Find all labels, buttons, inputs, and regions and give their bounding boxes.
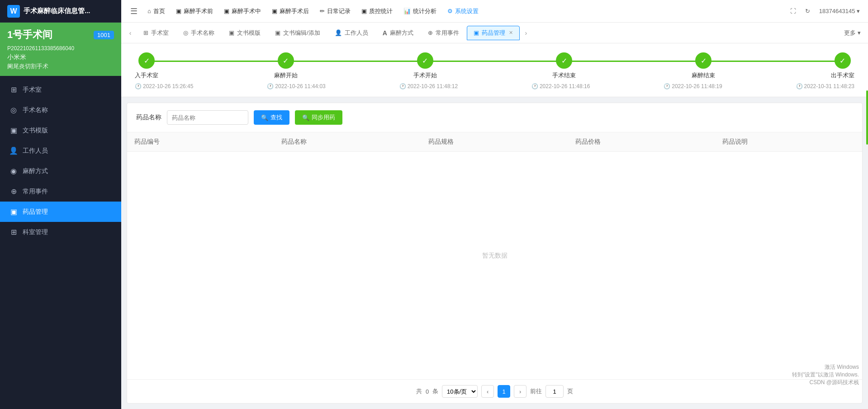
- sub-tab-drug-management[interactable]: ▣ 药品管理 ✕: [467, 26, 520, 40]
- sidebar-item-operating-room[interactable]: ⊞ 手术室: [0, 80, 121, 100]
- department-management-icon: ⊞: [9, 228, 18, 236]
- content-area: 药品名称 🔍 查找 🔍 同步用药 药品编号 药品名称 药品规格 药品价格: [127, 103, 863, 404]
- timeline-time-anesthesia-end: 🕐 2022-10-26 11:48:19: [664, 83, 722, 89]
- timeline-node-surgery-end: ✓ 手术结束: [552, 52, 576, 80]
- sub-nav-more[interactable]: 更多 ▾: [840, 27, 864, 39]
- clock-icon-4: 🕐: [531, 83, 538, 89]
- sub-nav-next[interactable]: ›: [521, 28, 531, 38]
- table-header: 药品编号 药品名称 药品规格 药品价格 药品说明: [127, 132, 862, 152]
- nav-post-anesthesia[interactable]: ▣ 麻醉手术后: [267, 5, 313, 18]
- sidebar-item-department-management[interactable]: ⊞ 科室管理: [0, 222, 121, 242]
- tab-de-icon: ▣: [275, 29, 280, 36]
- sub-tab-operation-name[interactable]: ◎ 手术名称: [176, 26, 221, 40]
- sync-icon: 🔍: [302, 114, 309, 121]
- sub-tab-staff[interactable]: 👤 工作人员: [328, 26, 375, 40]
- sidebar-item-drug-management[interactable]: ▣ 药品管理: [0, 202, 121, 222]
- anesthesia-method-icon: ◉: [9, 167, 18, 175]
- timeline-circle-enter-or: ✓: [138, 52, 155, 69]
- timeline-label-exit-or: 出手术室: [831, 71, 854, 80]
- clock-icon-1: 🕐: [135, 83, 142, 89]
- page-size-select[interactable]: 10条/页 20条/页 50条/页: [442, 385, 478, 398]
- pagination-prev[interactable]: ‹: [481, 385, 494, 398]
- search-label: 药品名称: [136, 113, 161, 122]
- phone-number: 18374643145: [819, 8, 855, 14]
- timeline-label-surgery-end: 手术结束: [552, 71, 576, 80]
- fullscreen-button[interactable]: ⛶: [787, 6, 799, 16]
- sidebar-item-label: 常用事件: [23, 188, 48, 196]
- pagination-goto-input[interactable]: [545, 385, 564, 398]
- timeline-label-surgery-start: 手术开始: [413, 71, 437, 80]
- sidebar-item-label: 科室管理: [23, 228, 48, 236]
- nav-quality-control[interactable]: ▣ 质控统计: [357, 5, 397, 18]
- pagination-total-suffix: 条: [432, 387, 438, 395]
- more-icon: ▾: [858, 29, 861, 36]
- nav-system-settings[interactable]: ⚙ 系统设置: [443, 5, 483, 18]
- nav-statistics[interactable]: 📊 统计分析: [399, 5, 441, 18]
- sub-nav-prev[interactable]: ‹: [125, 28, 136, 38]
- nav-during-anesthesia[interactable]: ▣ 麻醉手术中: [219, 5, 266, 18]
- search-input[interactable]: [167, 110, 248, 125]
- tab-ce-icon: ⊕: [428, 29, 433, 36]
- during-anesthesia-icon: ▣: [224, 8, 229, 14]
- timeline-circle-surgery-end: ✓: [556, 52, 572, 69]
- nav-pre-anesthesia[interactable]: ▣ 麻醉手术前: [171, 5, 218, 18]
- search-bar: 药品名称 🔍 查找 🔍 同步用药: [127, 103, 862, 132]
- timeline-section: ✓ 入手术室 ✓ 麻醉开始 ✓ 手术开始 ✓ 手术结束 ✓ 麻醉结束: [121, 43, 868, 97]
- settings-icon: ⚙: [447, 8, 453, 14]
- sub-tab-document-edit[interactable]: ▣ 文书编辑/添加: [268, 26, 327, 40]
- statistics-icon: 📊: [403, 8, 411, 14]
- tab-am-label: 麻醉方式: [390, 29, 413, 37]
- tab-staff-icon: 👤: [335, 29, 342, 36]
- time-value-enter-or: 2022-10-26 15:26:45: [143, 83, 193, 89]
- sub-tab-operating-room[interactable]: ⊞ 手术室: [137, 26, 175, 40]
- time-value-exit-or: 2022-10-31 11:48:23: [804, 83, 854, 89]
- search-button[interactable]: 🔍 查找: [254, 110, 289, 125]
- table-container: 药品编号 药品名称 药品规格 药品价格 药品说明 暂无数据: [127, 132, 862, 379]
- timeline-node-anesthesia-start: ✓ 麻醉开始: [274, 52, 298, 80]
- sub-tab-common-events[interactable]: ⊕ 常用事件: [421, 26, 466, 40]
- collapse-button[interactable]: ☰: [127, 4, 141, 19]
- time-value-anesthesia-start: 2022-10-26 11:44:03: [275, 83, 325, 89]
- patient-operation: 阑尾炎切割手术: [7, 62, 114, 71]
- nav-statistics-label: 统计分析: [413, 7, 436, 15]
- clock-icon-3: 🕐: [399, 83, 406, 89]
- sidebar-item-common-events[interactable]: ⊕ 常用事件: [0, 181, 121, 202]
- tab-dm-label: 药品管理: [482, 29, 505, 37]
- pagination-next[interactable]: ›: [514, 385, 526, 398]
- common-events-icon: ⊕: [9, 187, 18, 196]
- user-phone[interactable]: 18374643145 ▾: [816, 6, 863, 16]
- nav-pre-anesthesia-label: 麻醉手术前: [184, 7, 213, 15]
- tab-on-label: 手术名称: [191, 29, 214, 37]
- sub-tab-anesthesia-method[interactable]: A 麻醉方式: [376, 26, 420, 40]
- tab-dm-close[interactable]: ✕: [509, 30, 513, 36]
- sidebar-item-label: 手术室: [23, 86, 42, 94]
- sidebar-menu: ⊞ 手术室 ◎ 手术名称 ▣ 文书模版 👤 工作人员 ◉ 麻醉方式 ⊕ 常用事件…: [0, 76, 121, 409]
- nav-home[interactable]: ⌂ 首页: [143, 5, 170, 18]
- sidebar-item-anesthesia-method[interactable]: ◉ 麻醉方式: [0, 161, 121, 181]
- tab-dt-icon: ▣: [229, 29, 234, 36]
- patient-id: P20221026113338568604​0: [7, 45, 114, 52]
- clock-icon-5: 🕐: [664, 83, 670, 89]
- sidebar-item-operation-name[interactable]: ◎ 手术名称: [0, 100, 121, 120]
- top-nav: ☰ ⌂ 首页 ▣ 麻醉手术前 ▣ 麻醉手术中 ▣ 麻醉手术后 ✏ 日常记录 ▣ …: [121, 0, 868, 23]
- timeline-nodes: ✓ 入手术室 ✓ 麻醉开始 ✓ 手术开始 ✓ 手术结束 ✓ 麻醉结束: [135, 52, 854, 80]
- timeline-label-enter-or: 入手术室: [135, 71, 158, 80]
- pagination-page-1[interactable]: 1: [498, 385, 510, 398]
- timeline-times: 🕐 2022-10-26 15:26:45 🕐 2022-10-26 11:44…: [135, 83, 854, 89]
- sub-tab-document-template[interactable]: ▣ 文书模版: [222, 26, 267, 40]
- document-template-icon: ▣: [9, 126, 18, 135]
- nav-quality-control-label: 质控统计: [369, 7, 393, 15]
- dropdown-icon: ▾: [857, 8, 860, 14]
- sync-button[interactable]: 🔍 同步用药: [295, 110, 342, 125]
- nav-daily-record[interactable]: ✏ 日常记录: [315, 5, 355, 18]
- sidebar-item-label: 文书模版: [23, 127, 48, 135]
- refresh-button[interactable]: ↻: [802, 6, 813, 16]
- pagination-total: 0: [426, 388, 429, 395]
- sidebar-item-label: 工作人员: [23, 147, 48, 155]
- sidebar-item-staff[interactable]: 👤 工作人员: [0, 141, 121, 161]
- nav-post-anesthesia-label: 麻醉手术后: [280, 7, 309, 15]
- timeline-time-anesthesia-start: 🕐 2022-10-26 11:44:03: [267, 83, 325, 89]
- sidebar-item-document-template[interactable]: ▣ 文书模版: [0, 120, 121, 141]
- search-button-label: 查找: [270, 113, 282, 122]
- timeline-label-anesthesia-start: 麻醉开始: [274, 71, 298, 80]
